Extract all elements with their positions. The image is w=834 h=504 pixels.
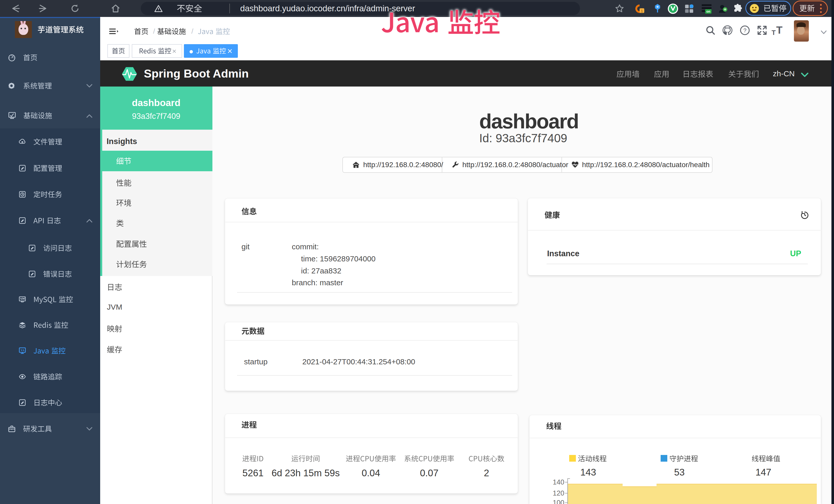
svg-text:1: 1 <box>641 9 643 13</box>
svg-text:?: ? <box>743 27 746 33</box>
svg-text:on: on <box>706 10 710 13</box>
